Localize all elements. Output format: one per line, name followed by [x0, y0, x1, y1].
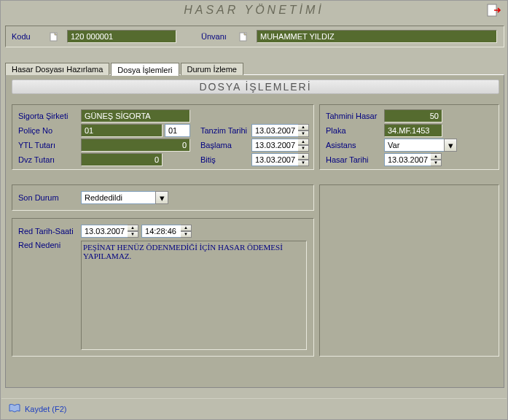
bitis-value[interactable]: 13.03.2007 [251, 153, 298, 166]
red-saat-spinner[interactable]: 14:28:46 ▲▼ [141, 225, 192, 238]
red-tarih-saati-label: Red Tarih-Saati [18, 227, 81, 236]
spin-up-icon[interactable]: ▲ [128, 225, 138, 231]
hasar-tarihi-spinner[interactable]: 13.03.2007 ▲▼ [384, 153, 442, 166]
son-durum-combo[interactable]: Reddedildi ▾ [81, 191, 168, 204]
tab-strip: Hasar Dosyası Hazırlama Dosya İşlemleri … [5, 62, 504, 75]
hasar-tarihi-label: Hasar Tarihi [326, 155, 384, 164]
police-no-label: Poliçe No [18, 126, 81, 135]
group-son-durum: Son Durum Reddedildi ▾ [12, 184, 314, 211]
lookup-kodu-icon[interactable] [48, 31, 60, 42]
tab-durum-izleme[interactable]: Durum İzleme [181, 63, 243, 75]
spin-down-icon[interactable]: ▼ [298, 131, 309, 137]
app-window: HASAR YÖNETİMİ Kodu 120 000001 Ünvanı MU… [0, 0, 508, 420]
tab-body: DOSYA İŞLEMLERİ Sigorta Şirketi GÜNEŞ Sİ… [5, 74, 504, 388]
spin-up-icon[interactable]: ▲ [298, 124, 309, 131]
group-extra [319, 184, 499, 357]
spin-up-icon[interactable]: ▲ [431, 153, 442, 160]
plaka-field[interactable]: 34.MF.1453 [384, 124, 442, 137]
spin-down-icon[interactable]: ▼ [298, 145, 309, 152]
tahmini-hasar-field[interactable]: 50 [384, 109, 442, 122]
tanzim-tarihi-value[interactable]: 13.03.2007 [251, 124, 298, 137]
police-no-a-field[interactable]: 01 [81, 124, 163, 137]
red-saat-value[interactable]: 14:28:46 [141, 225, 181, 238]
tanzim-tarihi-label: Tanzim Tarihi [200, 126, 251, 135]
asistans-combo[interactable]: Var ▾ [384, 139, 457, 152]
baslama-value[interactable]: 13.03.2007 [251, 139, 298, 152]
bitis-spinner[interactable]: 13.03.2007 ▲▼ [251, 153, 309, 166]
kodu-label: Kodu [12, 32, 48, 41]
tab-dosya-islemleri[interactable]: Dosya İşlemleri [111, 63, 179, 76]
save-button-label: Kaydet (F2) [25, 405, 66, 413]
spin-down-icon[interactable]: ▼ [128, 231, 138, 238]
tanzim-tarihi-spinner[interactable]: 13.03.2007 ▲▼ [251, 124, 309, 137]
red-nedeni-memo[interactable] [81, 241, 307, 350]
save-button[interactable]: Kaydet (F2) [9, 404, 66, 414]
section-title: DOSYA İŞLEMLERİ [12, 79, 499, 94]
spin-down-icon[interactable]: ▼ [298, 160, 309, 166]
book-icon [9, 404, 20, 414]
sigorta-sirketi-label: Sigorta Şirketi [18, 112, 81, 120]
group-sigorta: Sigorta Şirketi GÜNEŞ SİGORTA Poliçe No … [12, 104, 314, 170]
chevron-down-icon[interactable]: ▾ [444, 139, 457, 152]
son-durum-value[interactable]: Reddedildi [81, 191, 155, 204]
lookup-unvani-icon[interactable] [238, 31, 249, 42]
ytl-tutari-field[interactable]: 0 [81, 139, 190, 152]
kodu-field[interactable]: 120 000001 [67, 30, 176, 43]
group-red: Red Tarih-Saati 13.03.2007 ▲▼ 14:28:46 ▲… [12, 218, 314, 357]
spin-up-icon[interactable]: ▲ [298, 139, 309, 145]
bitis-label: Bitiş [200, 155, 251, 164]
baslama-label: Başlama [200, 141, 251, 149]
tahmini-hasar-label: Tahmini Hasar [326, 112, 384, 120]
asistans-value[interactable]: Var [384, 139, 444, 152]
hasar-tarihi-value[interactable]: 13.03.2007 [384, 153, 431, 166]
red-tarih-spinner[interactable]: 13.03.2007 ▲▼ [81, 225, 138, 238]
window-title: HASAR YÖNETİMİ [184, 4, 324, 17]
son-durum-label: Son Durum [18, 193, 81, 202]
red-nedeni-label: Red Nedeni [18, 241, 81, 249]
unvani-label: Ünvanı [201, 32, 238, 41]
sigorta-sirketi-field[interactable]: GÜNEŞ SİGORTA [81, 109, 190, 122]
ytl-tutari-label: YTL Tutarı [18, 141, 81, 149]
red-tarih-value[interactable]: 13.03.2007 [81, 225, 128, 238]
tab-hasar-dosyasi-hazirlama[interactable]: Hasar Dosyası Hazırlama [5, 63, 109, 75]
group-hasar: Tahmini Hasar 50 Plaka 34.MF.1453 Asista… [319, 104, 499, 170]
plaka-label: Plaka [326, 126, 384, 135]
unvani-field[interactable]: MUHAMMET YILDIZ [257, 30, 497, 43]
spin-up-icon[interactable]: ▲ [181, 225, 192, 231]
footer-bar: Kaydet (F2) [1, 398, 507, 419]
window-title-bar: HASAR YÖNETİMİ [1, 1, 507, 20]
exit-icon[interactable] [487, 4, 501, 18]
asistans-label: Asistans [326, 141, 384, 149]
baslama-spinner[interactable]: 13.03.2007 ▲▼ [251, 139, 309, 152]
spin-down-icon[interactable]: ▼ [181, 231, 192, 238]
spin-up-icon[interactable]: ▲ [298, 153, 309, 160]
spin-down-icon[interactable]: ▼ [431, 160, 442, 166]
dvz-tutari-field[interactable]: 0 [81, 153, 163, 166]
dvz-tutari-label: Dvz Tutarı [18, 155, 81, 164]
header-panel: Kodu 120 000001 Ünvanı MUHAMMET YILDIZ [5, 26, 504, 47]
police-no-b-field[interactable]: 01 [165, 124, 190, 137]
chevron-down-icon[interactable]: ▾ [155, 191, 168, 204]
